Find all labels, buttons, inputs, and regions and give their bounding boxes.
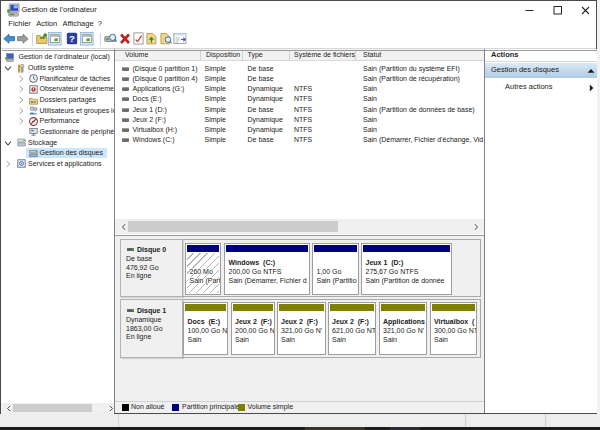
- svg-text:?: ?: [69, 33, 75, 44]
